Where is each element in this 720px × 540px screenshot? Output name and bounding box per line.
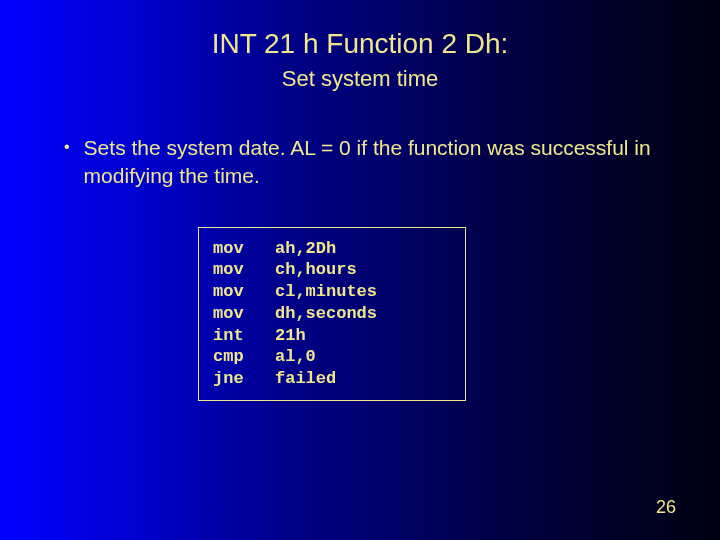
code-arg: 21h: [275, 325, 451, 347]
code-line: mov ah,2Dh: [213, 238, 451, 260]
code-op: mov: [213, 281, 275, 303]
code-block: mov ah,2Dh mov ch,hours mov cl,minutes m…: [198, 227, 466, 401]
code-op: jne: [213, 368, 275, 390]
code-op: int: [213, 325, 275, 347]
code-op: mov: [213, 259, 275, 281]
slide-title: INT 21 h Function 2 Dh:: [0, 0, 720, 60]
code-arg: dh,seconds: [275, 303, 451, 325]
code-arg: failed: [275, 368, 451, 390]
code-arg: cl,minutes: [275, 281, 451, 303]
code-arg: ch,hours: [275, 259, 451, 281]
code-line: int 21h: [213, 325, 451, 347]
code-line: mov cl,minutes: [213, 281, 451, 303]
code-line: mov ch,hours: [213, 259, 451, 281]
code-line: mov dh,seconds: [213, 303, 451, 325]
bullet-text: Sets the system date. AL = 0 if the func…: [84, 134, 680, 191]
bullet-marker-icon: •: [64, 136, 70, 158]
code-op: cmp: [213, 346, 275, 368]
code-line: cmp al,0: [213, 346, 451, 368]
code-arg: al,0: [275, 346, 451, 368]
code-op: mov: [213, 238, 275, 260]
code-line: jne failed: [213, 368, 451, 390]
code-arg: ah,2Dh: [275, 238, 451, 260]
code-op: mov: [213, 303, 275, 325]
page-number: 26: [656, 497, 676, 518]
slide-subtitle: Set system time: [0, 60, 720, 92]
bullet-item: • Sets the system date. AL = 0 if the fu…: [64, 134, 680, 191]
content-area: • Sets the system date. AL = 0 if the fu…: [0, 92, 720, 401]
